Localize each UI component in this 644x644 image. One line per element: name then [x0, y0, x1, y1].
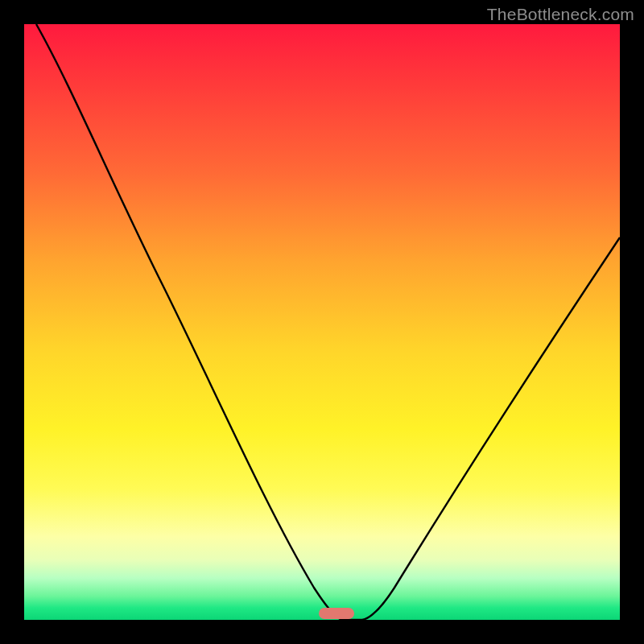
- curve-path: [36, 24, 620, 620]
- optimal-marker: [319, 608, 354, 619]
- bottleneck-curve: [24, 24, 620, 620]
- watermark-text: TheBottleneck.com: [487, 5, 634, 24]
- chart-plot-area: [24, 24, 620, 620]
- chart-frame: TheBottleneck.com: [0, 0, 644, 644]
